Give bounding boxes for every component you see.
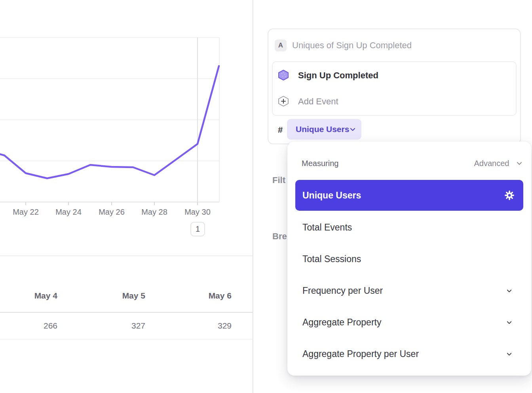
event-card: Sign Up Completed Add Event [272,61,517,116]
table-cell-may4: 266 [0,320,57,332]
advanced-mode-selector[interactable]: Advanced [474,158,523,169]
event-row-sign-up-completed[interactable]: Sign Up Completed [273,62,516,89]
menu-item-label: Aggregate Property [302,314,381,331]
x-axis-label: May 30 [180,207,215,217]
measuring-label: Measuring [302,158,338,169]
menu-item-aggregate-property-per-user[interactable]: Aggregate Property per User [295,345,523,363]
annotation-badge[interactable]: 1 [190,222,205,236]
series-title: Uniques of Sign Up Completed [292,40,412,51]
chevron-down-icon [505,287,513,296]
chevron-down-icon [349,125,357,135]
table-cell-may6: 329 [148,320,232,332]
metric-chip-unique-users[interactable]: Unique Users [287,119,361,140]
menu-item-unique-users[interactable]: Unique Users [295,180,523,211]
series-badge: A [275,40,287,51]
gear-icon[interactable] [504,190,515,202]
x-axis-label: May 24 [51,207,86,217]
add-event-label: Add Event [298,88,338,115]
event-name-label: Sign Up Completed [298,62,378,89]
chevron-down-icon [505,319,513,328]
table-header-may4: May 4 [0,290,57,302]
menu-item-total-events[interactable]: Total Events [295,219,523,236]
table-header-divider [0,312,253,313]
table-header-may6: May 6 [148,290,232,302]
line-chart [0,0,253,206]
menu-item-aggregate-property[interactable]: Aggregate Property [295,314,523,331]
chevron-down-icon [505,350,513,359]
menu-item-label: Total Events [302,219,352,236]
add-event-row[interactable]: Add Event [273,88,516,115]
metric-chip-label: Unique Users [296,119,349,140]
x-axis-label: May 28 [137,207,172,217]
filter-section-label: Filt [272,175,285,185]
metric-hash-symbol: # [278,124,283,136]
breakdown-section-label: Bre [272,231,287,242]
menu-item-label: Total Sessions [302,250,361,268]
pane-divider [253,0,253,393]
menu-item-label: Aggregate Property per User [302,345,419,363]
menu-item-label: Frequency per User [302,282,383,299]
x-axis-label: May 26 [94,207,129,217]
measuring-dropdown-menu: Measuring Advanced Unique Users [287,142,531,376]
insights-report-screen: May 22May 24May 26May 28May 30 1 May 4 M… [0,0,532,393]
menu-item-total-sessions[interactable]: Total Sessions [295,250,523,268]
table-bottom-divider [0,339,253,340]
add-event-hexagon-plus-icon [278,96,289,107]
table-cell-may5: 327 [61,320,145,332]
table-header-may5: May 5 [61,290,145,302]
x-axis-label: May 22 [8,207,44,217]
chevron-down-icon [515,160,523,169]
event-hexagon-icon [278,70,289,81]
advanced-label: Advanced [474,159,509,168]
section-divider [0,255,253,256]
menu-item-label: Unique Users [302,180,361,211]
menu-item-frequency-per-user[interactable]: Frequency per User [295,282,523,299]
query-series-card: A Uniques of Sign Up Completed Sign Up C… [268,28,521,144]
